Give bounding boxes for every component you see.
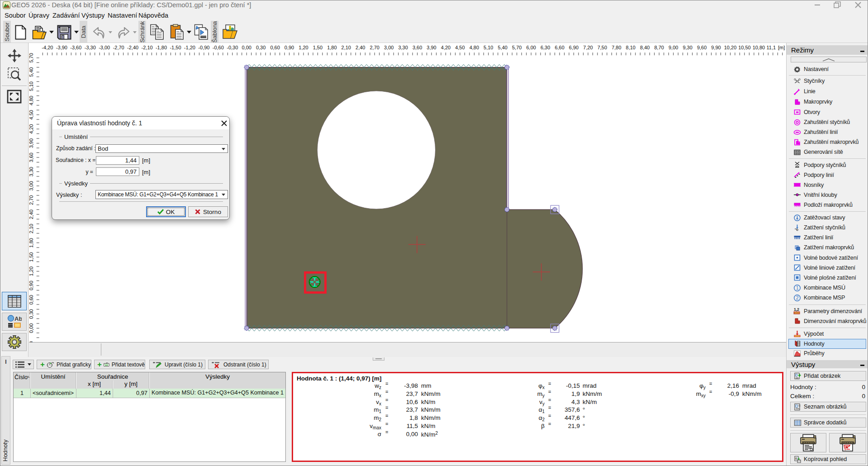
svg-text:-3,30: -3,30 [85, 45, 96, 50]
svg-text:-0,30: -0,30 [227, 45, 238, 50]
svg-text:7,80: 7,80 [612, 45, 621, 50]
svg-text:-0,90: -0,90 [198, 45, 209, 50]
svg-text:2,70: 2,70 [29, 195, 34, 205]
svg-text:7,50: 7,50 [598, 45, 607, 50]
svg-text:4,50: 4,50 [29, 110, 34, 119]
svg-text:6,30: 6,30 [541, 45, 550, 50]
svg-text:0,90: 0,90 [285, 45, 294, 50]
svg-text:3,00: 3,00 [384, 45, 394, 50]
svg-text:-2,70: -2,70 [113, 45, 124, 50]
svg-text:4,20: 4,20 [441, 45, 451, 50]
svg-text:-2,40: -2,40 [127, 45, 138, 50]
svg-text:1,80: 1,80 [327, 45, 337, 50]
svg-text:-1,20: -1,20 [184, 45, 195, 50]
svg-text:5,40: 5,40 [498, 45, 508, 50]
svg-text:5,10: 5,10 [484, 45, 493, 50]
svg-text:8,40: 8,40 [640, 45, 650, 50]
svg-text:-0,60: -0,60 [213, 45, 224, 50]
svg-text:9,90: 9,90 [711, 45, 721, 50]
svg-text:2,40: 2,40 [356, 45, 365, 50]
svg-text:5,10: 5,10 [29, 81, 34, 91]
svg-text:6,60: 6,60 [555, 45, 564, 50]
svg-text:3,90: 3,90 [427, 45, 436, 50]
svg-text:4,20: 4,20 [29, 124, 34, 133]
svg-text:11,1: 11,1 [767, 45, 776, 50]
svg-text:1,20: 1,20 [29, 266, 34, 276]
svg-text:8,70: 8,70 [654, 45, 664, 50]
svg-text:3,30: 3,30 [398, 45, 408, 50]
svg-text:0,30: 0,30 [256, 45, 266, 50]
svg-text:2,10: 2,10 [342, 45, 351, 50]
svg-text:3,90: 3,90 [29, 138, 34, 148]
svg-text:4,50: 4,50 [455, 45, 465, 50]
svg-text:3,60: 3,60 [413, 45, 422, 50]
svg-text:0,60: 0,60 [29, 295, 34, 304]
svg-text:-3,00: -3,00 [99, 45, 110, 50]
svg-text:10,80: 10,80 [753, 45, 765, 50]
svg-text:0,00: 0,00 [29, 323, 34, 333]
svg-text:1,80: 1,80 [29, 238, 34, 247]
svg-text:6,90: 6,90 [569, 45, 579, 50]
svg-text:10,50: 10,50 [738, 45, 751, 50]
svg-text:9,30: 9,30 [683, 45, 692, 50]
svg-text:Ab: Ab [14, 315, 22, 322]
svg-text:10,20: 10,20 [724, 45, 737, 50]
svg-text:3,00: 3,00 [29, 181, 34, 190]
svg-text:0,30: 0,30 [29, 309, 34, 319]
svg-text:[m]: [m] [778, 45, 785, 50]
svg-text:0,60: 0,60 [270, 45, 280, 50]
svg-text:5,70: 5,70 [512, 45, 522, 50]
svg-text:3,30: 3,30 [29, 167, 34, 176]
svg-text:2,10: 2,10 [29, 224, 34, 233]
svg-text:1,2: 1,2 [794, 307, 799, 312]
svg-text:-3,60: -3,60 [70, 45, 81, 50]
svg-text:8,10: 8,10 [626, 45, 636, 50]
svg-text:7,20: 7,20 [583, 45, 593, 50]
svg-text:2,70: 2,70 [370, 45, 379, 50]
svg-text:2: 2 [796, 295, 799, 300]
svg-text:4,80: 4,80 [29, 95, 34, 105]
svg-text:2,40: 2,40 [29, 209, 34, 219]
svg-text:-1,50: -1,50 [170, 45, 181, 50]
svg-text:5,70: 5,70 [29, 53, 34, 62]
svg-text:0,90: 0,90 [29, 281, 34, 290]
svg-text:5,40: 5,40 [29, 67, 34, 77]
svg-text:1,50: 1,50 [313, 45, 323, 50]
svg-text:9,60: 9,60 [697, 45, 707, 50]
svg-text:9,00: 9,00 [669, 45, 678, 50]
svg-text:-2,10: -2,10 [142, 45, 153, 50]
svg-text:-3,90: -3,90 [56, 45, 67, 50]
svg-text:4,80: 4,80 [470, 45, 479, 50]
svg-text:0,00: 0,00 [242, 45, 251, 50]
svg-text:6,00: 6,00 [526, 45, 536, 50]
svg-text:-1,80: -1,80 [156, 45, 167, 50]
svg-text:1,20: 1,20 [299, 45, 308, 50]
svg-text:1,50: 1,50 [29, 252, 34, 262]
svg-text:-4,20: -4,20 [42, 45, 53, 50]
svg-text:3,60: 3,60 [29, 152, 34, 162]
svg-text:1: 1 [796, 285, 799, 290]
